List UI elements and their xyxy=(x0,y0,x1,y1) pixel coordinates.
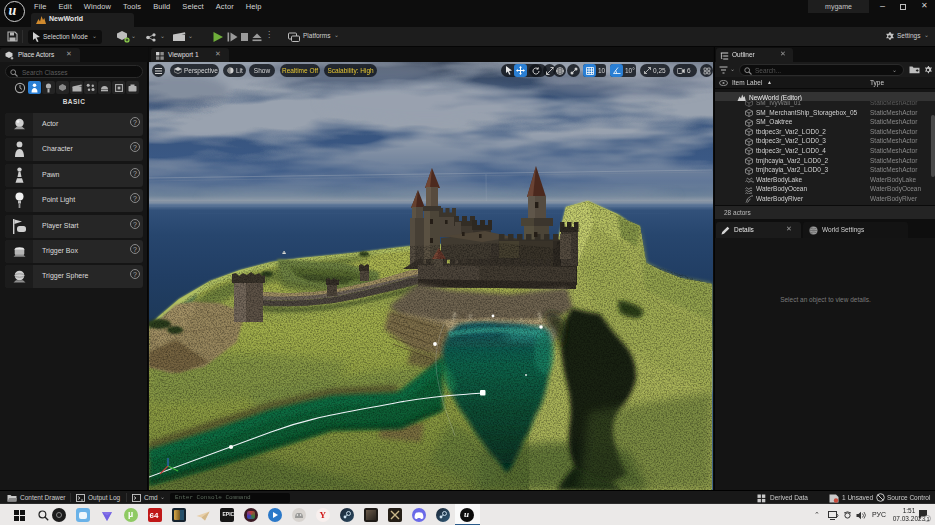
svg-text:1: 1 xyxy=(926,516,929,522)
